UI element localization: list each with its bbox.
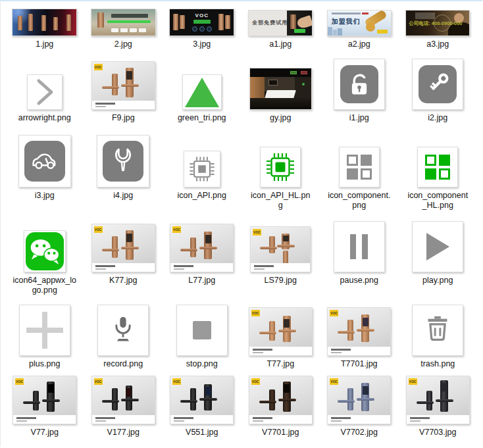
file-item[interactable]: VOC V551.jpg (163, 377, 242, 437)
file-name: a2.jpg (348, 39, 370, 49)
plus-icon (19, 305, 70, 356)
file-name: pause.png (340, 276, 378, 286)
file-item[interactable]: VOC V7701.jpg (242, 377, 320, 437)
file-name: 2.jpg (114, 39, 132, 49)
file-item[interactable]: VOC V7703.jpg (399, 377, 478, 437)
file-name: L77.jpg (188, 276, 215, 286)
file-item[interactable]: VOC 3.jpg (163, 6, 242, 49)
file-name: 3.jpg (193, 39, 211, 49)
file-item[interactable]: icon_component.png (320, 131, 399, 211)
chip-icon-highlight (260, 147, 301, 187)
file-name: play.png (422, 276, 453, 286)
file-name: T7701.jpg (341, 359, 378, 369)
padlock-icon (334, 59, 385, 110)
voc-logo: VOC (251, 378, 260, 385)
file-name: icon64_appwx_logo.png (13, 276, 76, 295)
file-item[interactable]: i2.jpg (399, 57, 478, 123)
file-name: i2.jpg (428, 113, 447, 123)
voc-logo: VOC (94, 226, 103, 233)
file-item[interactable]: VOC V7702.jpg (320, 377, 399, 437)
file-name: trash.png (420, 359, 455, 369)
file-item[interactable]: i4.jpg (84, 131, 163, 211)
file-name: stop.png (186, 359, 218, 369)
file-name: i4.jpg (113, 191, 133, 201)
lock-product-card: VOC (250, 226, 311, 272)
lock-product-card: VOC (170, 376, 234, 424)
file-name: V77.jpg (31, 428, 59, 437)
file-item[interactable]: 加盟我们 a2.jpg (320, 6, 399, 49)
file-item[interactable]: 2.jpg (84, 6, 163, 49)
file-item[interactable]: gy.jpg (242, 57, 320, 123)
file-name: green_tri.png (178, 113, 226, 123)
wechat-icon (24, 230, 66, 272)
voc-logo: VOC (330, 378, 338, 385)
file-name: T77.jpg (267, 359, 294, 369)
file-item[interactable]: VOC T7701.jpg (320, 303, 399, 369)
file-name: V177.jpg (107, 428, 140, 437)
lock-product-card: VOC (406, 376, 470, 424)
black-voc-banner-thumbnail: VOC (169, 9, 234, 36)
voc-logo: VOC (330, 310, 338, 316)
file-grid: 1.jpg 2.jpg VOC 3.jpg 全部免费试用 a1.jpg 加 (0, 0, 482, 447)
file-item[interactable]: 公司电话: 400-0900-000 a3.jpg (399, 6, 478, 49)
voc-logo: VOC (172, 378, 181, 385)
file-item[interactable]: 1.jpg (5, 6, 84, 49)
voc-brand-text: VOC (170, 12, 234, 18)
file-name: i1.jpg (349, 113, 369, 123)
voc-logo: VOC (409, 378, 417, 385)
file-name: K77.jpg (109, 276, 137, 286)
file-item[interactable]: record.png (84, 303, 163, 369)
file-item[interactable]: play.png (399, 218, 478, 295)
file-item[interactable]: pause.png (320, 218, 399, 295)
file-item[interactable]: icon_API.png (163, 131, 242, 211)
file-name: a1.jpg (269, 39, 292, 49)
file-item[interactable]: trash.png (399, 303, 478, 369)
file-item[interactable]: stop.png (163, 303, 242, 369)
file-item[interactable]: VOC T77.jpg (242, 303, 320, 369)
right-arrow-icon (27, 74, 63, 110)
file-item[interactable]: icon64_appwx_logo.png (5, 218, 84, 295)
file-item[interactable]: VOC L77.jpg (163, 218, 242, 295)
lock-product-card: VOC (13, 376, 76, 424)
file-name: plus.png (29, 359, 60, 369)
lock-product-card: VOC (91, 376, 155, 424)
file-name: gy.jpg (270, 113, 291, 123)
file-name: V7701.jpg (262, 428, 299, 437)
components-icon (339, 147, 380, 187)
file-item[interactable]: green_tri.png (163, 57, 242, 123)
file-name: icon_component.png (327, 191, 391, 211)
voc-logo: VOC (253, 229, 261, 236)
banner-text: 加盟我们 (332, 17, 361, 26)
microphone-icon (97, 305, 149, 356)
lock-product-card: VOC (249, 376, 313, 424)
file-name: icon_API.png (178, 191, 226, 201)
lock-product-card: VOC (91, 224, 155, 272)
lock-product-card: VOC (91, 61, 155, 110)
phone-banner-thumbnail: 公司电话: 400-0900-000 (405, 10, 470, 36)
file-item[interactable]: i3.jpg (5, 131, 84, 211)
voc-logo: VOC (251, 310, 260, 316)
file-name: i3.jpg (35, 191, 55, 201)
file-name: record.png (103, 359, 143, 369)
stop-icon (176, 305, 228, 356)
file-item[interactable]: VOC V177.jpg (84, 377, 163, 437)
file-name: 1.jpg (36, 39, 53, 49)
file-item[interactable]: icon_component_HL.png (399, 131, 478, 211)
file-name: arrowright.png (18, 113, 71, 123)
file-item[interactable]: VOC F9.jpg (84, 57, 163, 123)
key-icon (412, 59, 463, 110)
file-item[interactable]: icon_API_HL.png (242, 131, 320, 211)
file-item[interactable]: arrowright.png (5, 57, 84, 123)
voc-logo: VOC (94, 378, 103, 385)
file-name: LS79.jpg (265, 276, 297, 286)
file-item[interactable]: 全部免费试用 a1.jpg (242, 6, 320, 49)
voc-logo: VOC (172, 226, 181, 233)
file-item[interactable]: VOC V77.jpg (5, 377, 84, 437)
file-item[interactable]: VOC K77.jpg (84, 218, 163, 295)
lock-product-card: VOC (170, 224, 234, 272)
car-icon (18, 135, 71, 187)
file-item[interactable]: i1.jpg (320, 57, 399, 123)
file-item[interactable]: VOC LS79.jpg (242, 218, 320, 295)
file-name: V551.jpg (186, 428, 218, 437)
file-item[interactable]: plus.png (5, 303, 84, 369)
